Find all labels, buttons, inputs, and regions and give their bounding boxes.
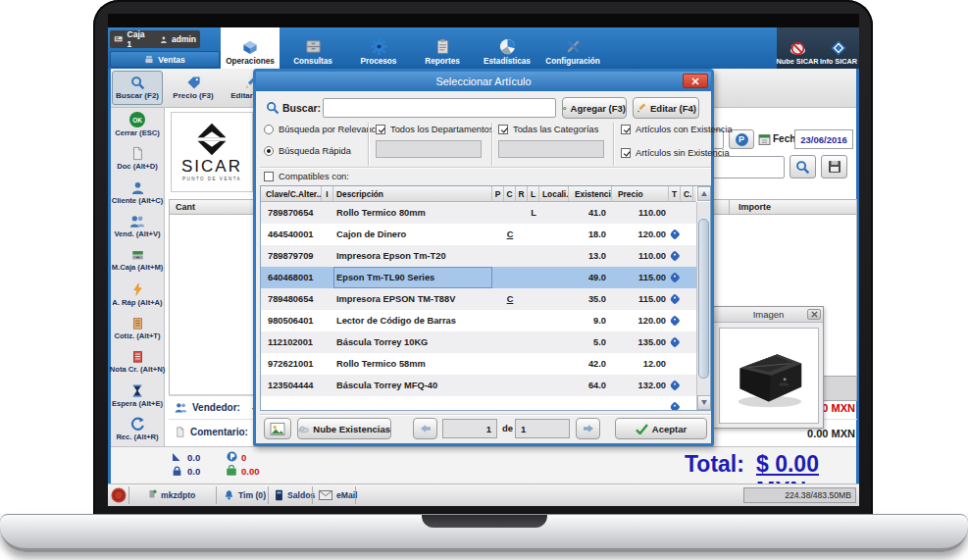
cell-c (504, 310, 516, 331)
sicar-logo-mark (194, 123, 229, 156)
table-row[interactable]: 789870654 Rollo Termico 80mm L 41.0 110.… (261, 202, 696, 224)
tag-icon (669, 336, 680, 347)
tab-consultas[interactable]: Consultas (282, 27, 343, 69)
imagen-close-button[interactable] (807, 309, 821, 320)
table-row[interactable]: 464540001 Cajon de Dinero C 18.0 120.00 (261, 224, 696, 245)
fecha-input[interactable]: 23/06/2016 (794, 129, 853, 149)
image-button[interactable] (264, 418, 291, 439)
statusbar-user[interactable]: mkzdpto (147, 484, 195, 506)
buscar-button[interactable]: Buscar (F2) (112, 71, 163, 105)
checkbox-compatibles[interactable]: Compatibles con: (264, 172, 349, 181)
imagen-panel-titlebar[interactable]: Imagen (714, 307, 823, 323)
col-clave[interactable]: Clave/C.Alter... (261, 186, 322, 201)
precio-button[interactable]: Precio (F3) (167, 71, 220, 105)
sidebar-item-cliente[interactable]: Cliente (Alt+C) (111, 176, 164, 210)
statusbar-saldos[interactable]: Saldos (275, 484, 315, 506)
cell-p (492, 267, 504, 288)
filter-divider (613, 123, 614, 166)
col-precio[interactable]: Precio (612, 186, 669, 201)
modal-editar-button[interactable]: Editar (F4) (633, 97, 699, 119)
tab-estadisticas[interactable]: Estadísticas (477, 27, 537, 69)
sidebar-item-mcaja[interactable]: M.Caja (Alt+M) (111, 243, 164, 278)
checkbox-articulos-con-existencia[interactable]: Artículos con Existencia (621, 125, 733, 134)
cell-descripcion: Impresora EPSON TM-T88V (333, 288, 492, 310)
agregar-button[interactable]: Agregar (F3) (562, 97, 627, 119)
cell-t (669, 224, 681, 245)
col-i[interactable]: I (322, 186, 333, 201)
sidebar-item-espera[interactable]: Espera (Alt+E) (111, 379, 164, 413)
dialog-close-button[interactable] (683, 74, 708, 88)
statusbar-user-icon (147, 489, 157, 501)
tab-procesos[interactable]: Procesos (348, 27, 409, 69)
sidebar-item-articulo-rapido[interactable]: A. Ráp (Alt+A) (111, 278, 164, 312)
table-row[interactable]: 789480654 Impresora EPSON TM-T88V C 35.0… (261, 288, 696, 310)
scroll-down-button[interactable] (697, 395, 711, 410)
sidebar-item-doc[interactable]: Doc (Alt+D) (111, 142, 164, 177)
col-localizacion[interactable]: Locali... (539, 186, 569, 201)
tab-info-sicar[interactable]: Info SICAR (818, 27, 859, 69)
col-c2[interactable]: C. (681, 186, 693, 201)
col-r[interactable]: R (516, 186, 528, 201)
cant-column-header[interactable]: Cant (176, 202, 195, 212)
nube-existencias-button[interactable]: Nube Existencias (297, 418, 391, 439)
sidebar-item-cotizacion[interactable]: Cotiz. (Alt+T) (111, 311, 164, 345)
table-row[interactable]: 980506401 Lector de Código de Barras 9.0… (261, 310, 696, 331)
search-icon (130, 76, 145, 90)
checkbox-todos-departamentos[interactable]: Todos los Departamentos (376, 125, 493, 134)
sidebar-item-recuperar[interactable]: Rec. (Alt+R) (111, 413, 164, 447)
col-c[interactable]: C (504, 186, 516, 201)
table-row-selected[interactable]: 640468001 Epson Tm-TL90 Series 49.0 115.… (261, 267, 696, 288)
tab-configuracion[interactable]: Configuración (542, 27, 603, 69)
checkbox-todas-categorias[interactable]: Todas las Categorías (498, 125, 598, 134)
col-t[interactable]: T (669, 186, 681, 201)
col-existencia[interactable]: Existencia (569, 186, 612, 201)
importe-column-header[interactable]: Importe (739, 202, 771, 212)
cell-existencia: 49.0 (569, 267, 612, 288)
table-row[interactable]: 789879709 Impresora Epson Tm-T20 13.0 11… (261, 245, 696, 267)
tab-reportes[interactable]: Reportes (412, 27, 473, 69)
cell-clave: 789480654 (261, 288, 322, 310)
scrollbar-thumb[interactable] (698, 219, 709, 379)
radio-busqueda-rapida[interactable]: Búsqueda Rápida (264, 146, 351, 156)
cell-p (492, 288, 504, 310)
table-scrollbar[interactable] (696, 202, 710, 410)
statusbar-email[interactable]: eMail (319, 484, 358, 506)
search-article-button[interactable] (790, 155, 816, 178)
checkbox-articulos-sin-existencia[interactable]: Artículos sin Existencia (621, 148, 730, 158)
table-row-partial[interactable] (261, 396, 696, 411)
tab-label: Info SICAR (820, 57, 857, 66)
tab-operaciones[interactable]: Operaciones (221, 27, 280, 69)
comentario-icon (175, 426, 185, 438)
session-box[interactable]: Caja 1 admin (110, 30, 200, 48)
statusbar-tim[interactable]: Tim (0) (224, 484, 266, 506)
page-total-input[interactable]: 1 (515, 419, 570, 438)
modal-search-input[interactable] (323, 98, 556, 118)
checkbox-checked-icon (621, 148, 631, 158)
table-row[interactable]: 123504444 Báscula Torrey MFQ-40 64.0 132… (261, 375, 696, 396)
statusbar-divider (355, 486, 356, 504)
tab-ventas[interactable]: Ventas (110, 51, 220, 68)
table-row[interactable]: 972621001 Rollo Termico 58mm 42.0 12.00 (261, 353, 696, 375)
dialog-titlebar[interactable]: Seleccionar Artículo (256, 72, 711, 91)
table-row[interactable]: 112102001 Báscula Torrey 10KG 5.0 135.00 (261, 331, 696, 353)
col-descripcion[interactable]: Descripción (333, 186, 492, 201)
sidebar-item-vendedor[interactable]: Vend. (Alt+V) (111, 210, 164, 244)
sidebar-item-nota-credito[interactable]: Nota Cr. (Alt+N) (111, 345, 164, 380)
page-current-input[interactable]: 1 (442, 419, 497, 438)
radio-busqueda-relevancia[interactable]: Búsqueda por Relevancia (264, 125, 382, 134)
col-l[interactable]: L (528, 186, 539, 201)
next-page-button[interactable] (576, 418, 600, 439)
sidebar-item-cerrar[interactable]: OK Cerrar (ESC) (111, 108, 164, 142)
cell-l (528, 267, 539, 288)
col-p[interactable]: P (492, 186, 504, 201)
scroll-up-button[interactable] (697, 186, 711, 201)
document-icon (130, 146, 144, 161)
save-button[interactable] (821, 155, 847, 178)
close-icon (691, 77, 699, 85)
cell-localizacion (539, 331, 569, 353)
checkbox-label: Artículos con Existencia (636, 125, 733, 134)
tab-nube-sicar[interactable]: Nube SICAR (777, 27, 818, 69)
prev-page-button[interactable] (413, 418, 437, 439)
cell-precio: 135.00 (612, 331, 669, 353)
aceptar-button[interactable]: Aceptar (615, 418, 707, 439)
